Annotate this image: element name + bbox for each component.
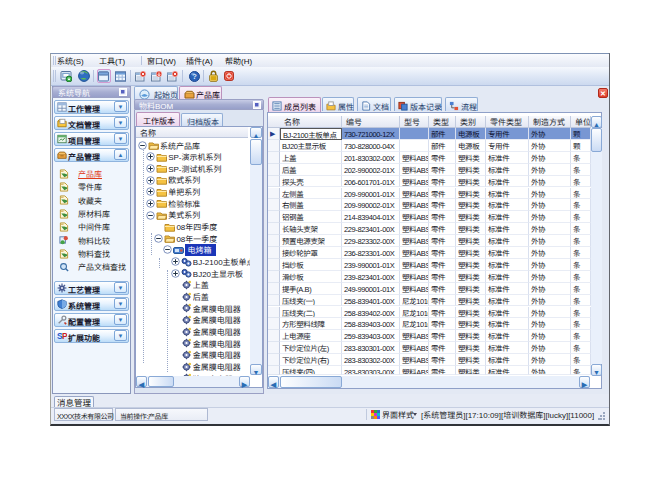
svg-text:?: ? bbox=[192, 71, 197, 81]
svg-text:P: P bbox=[62, 331, 67, 341]
